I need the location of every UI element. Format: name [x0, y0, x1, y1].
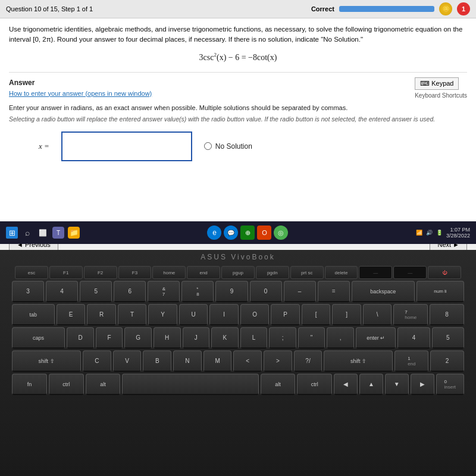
key-num4[interactable]: 4: [397, 327, 430, 349]
key-3[interactable]: 3: [12, 281, 44, 302]
key-o[interactable]: O: [240, 304, 270, 325]
key-minus[interactable]: –: [284, 281, 316, 302]
key-angle-close[interactable]: >: [264, 350, 292, 372]
key-fwd-slash[interactable]: ?/: [294, 350, 322, 372]
key-h[interactable]: H: [154, 327, 181, 349]
key-t[interactable]: T: [118, 304, 147, 325]
key-arrow-left[interactable]: ◀: [334, 374, 358, 395]
key-i[interactable]: I: [209, 304, 239, 325]
no-solution-radio[interactable]: [204, 142, 212, 150]
key-u[interactable]: U: [179, 304, 208, 325]
key-l[interactable]: L: [240, 327, 268, 349]
windows-icon[interactable]: ⊞: [6, 227, 18, 239]
key-arrow-up[interactable]: ▲: [359, 374, 383, 395]
key-r[interactable]: R: [87, 304, 116, 325]
key-p[interactable]: P: [271, 304, 300, 325]
key-alt[interactable]: alt: [86, 374, 121, 395]
key-asterisk-8[interactable]: *8: [181, 281, 214, 302]
key-enter[interactable]: enter ↵: [356, 327, 396, 349]
key-backspace[interactable]: backspace: [352, 281, 415, 302]
key-fn[interactable]: fn: [12, 374, 47, 395]
key-num2[interactable]: 2: [430, 350, 464, 372]
key-ampersand-7[interactable]: &7: [148, 281, 180, 302]
fn-key-f9[interactable]: delete: [325, 266, 358, 279]
search-icon[interactable]: ⌕: [21, 227, 33, 239]
answer-section: Answer How to enter your answer (opens i…: [9, 72, 467, 161]
clock: 1:07 PM 3/28/2022: [446, 227, 470, 239]
key-n[interactable]: N: [173, 350, 202, 372]
key-9[interactable]: 9: [215, 281, 248, 302]
key-j[interactable]: J: [183, 327, 210, 349]
key-arrow-right[interactable]: ▶: [411, 374, 434, 395]
key-arrow-down[interactable]: ▼: [385, 374, 409, 395]
key-shift-right[interactable]: shift ⇧: [324, 350, 393, 372]
fn-key-f2[interactable]: F2: [84, 266, 117, 279]
key-num8[interactable]: 8: [430, 304, 464, 325]
key-comma-area[interactable]: ,: [327, 327, 354, 349]
key-ctrl-left[interactable]: ctrl: [49, 374, 84, 395]
chrome-icon[interactable]: ◎: [274, 226, 288, 240]
key-equals[interactable]: =: [318, 281, 350, 302]
key-m[interactable]: M: [203, 350, 232, 372]
key-backslash[interactable]: \: [363, 304, 392, 325]
fn-key-f11[interactable]: —: [393, 266, 427, 279]
fn-key-power[interactable]: ⏻: [428, 266, 461, 279]
answer-input[interactable]: [61, 131, 192, 161]
clock-time: 1:07 PM: [446, 227, 470, 233]
edge-icon[interactable]: e: [207, 226, 221, 240]
key-num0[interactable]: 0insert: [436, 374, 464, 395]
key-caps[interactable]: caps: [12, 327, 65, 349]
fn-key-esc[interactable]: esc: [15, 266, 48, 279]
fn-key-f5[interactable]: end: [187, 266, 220, 279]
key-tab[interactable]: tab: [12, 304, 55, 325]
laptop-brand: ASUS VivoBook: [0, 250, 476, 266]
key-angle-open[interactable]: <: [233, 350, 262, 372]
key-ctrl-right[interactable]: ctrl: [297, 374, 332, 395]
key-5[interactable]: 5: [80, 281, 112, 302]
fn-key-f8[interactable]: prt sc: [290, 266, 324, 279]
taskview-icon[interactable]: ⬜: [37, 227, 49, 239]
key-b[interactable]: B: [143, 350, 171, 372]
key-g[interactable]: G: [124, 327, 152, 349]
key-f[interactable]: F: [96, 327, 123, 349]
key-0[interactable]: 0: [250, 281, 282, 302]
key-numlock[interactable]: num li: [416, 281, 464, 302]
key-e[interactable]: E: [57, 304, 86, 325]
key-quote[interactable]: ": [298, 327, 325, 349]
key-6[interactable]: 6: [114, 281, 146, 302]
battery-icon: 🔋: [436, 230, 443, 236]
office-icon[interactable]: O: [257, 226, 271, 240]
key-num1[interactable]: 1end: [394, 350, 428, 372]
fn-key-f4[interactable]: home: [152, 266, 186, 279]
key-shift-left[interactable]: shift ⇧: [12, 350, 81, 372]
answer-title: Answer: [9, 77, 152, 88]
no-solution-option[interactable]: No Solution: [204, 141, 252, 152]
qwerty-row: tab E R T Y U I O P [ ] \ 7home 8: [12, 304, 464, 325]
key-c[interactable]: C: [83, 350, 111, 372]
key-bracket-close[interactable]: ]: [332, 304, 361, 325]
fn-key-f10[interactable]: —: [359, 266, 392, 279]
key-alt-right[interactable]: alt: [261, 374, 296, 395]
key-v[interactable]: V: [113, 350, 142, 372]
key-semicolon[interactable]: ;: [269, 327, 296, 349]
teams-taskbar-icon[interactable]: 💬: [224, 226, 238, 240]
keypad-button[interactable]: ⌨ Keypad: [415, 77, 459, 90]
key-bracket-open[interactable]: [: [302, 304, 331, 325]
key-d[interactable]: D: [67, 327, 94, 349]
fn-key-row: esc F1 F2 F3 home end pgup pgdn prt sc d…: [12, 266, 464, 279]
key-y[interactable]: Y: [148, 304, 177, 325]
how-to-enter-link[interactable]: How to enter your answer (opens in new w…: [9, 90, 152, 97]
xbox-icon[interactable]: ⊕: [240, 226, 255, 240]
fn-key-f1[interactable]: F1: [49, 266, 83, 279]
folder-icon[interactable]: 📁: [68, 227, 80, 239]
teams-icon[interactable]: T: [52, 227, 64, 239]
fn-key-f6[interactable]: pgup: [221, 266, 255, 279]
key-k[interactable]: K: [211, 327, 239, 349]
key-num7[interactable]: 7home: [393, 304, 428, 325]
fn-key-f7[interactable]: pgdn: [256, 266, 289, 279]
key-4[interactable]: 4: [46, 281, 78, 302]
keypad-area: ⌨ Keypad Keyboard Shortcuts: [415, 77, 467, 100]
fn-key-f3[interactable]: F3: [118, 266, 152, 279]
key-space[interactable]: [122, 374, 258, 395]
key-num5[interactable]: 5: [432, 327, 464, 349]
